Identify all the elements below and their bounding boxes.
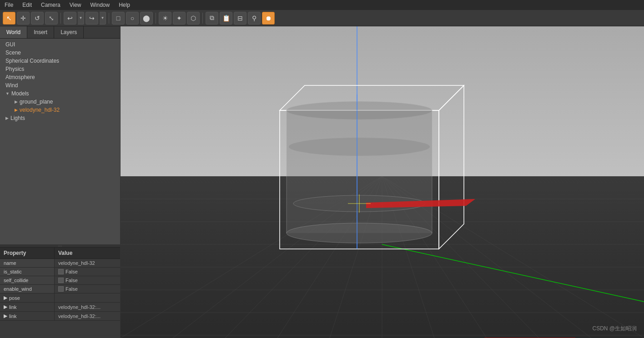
models-children: ▶ ground_plane ▶ velodyne_hdl-32 bbox=[0, 98, 120, 114]
menu-edit[interactable]: Edit bbox=[20, 1, 35, 9]
tab-layers[interactable]: Layers bbox=[54, 26, 84, 38]
svg-point-31 bbox=[289, 138, 430, 156]
prop-col-property: Property bbox=[0, 248, 55, 258]
tree-wind[interactable]: Wind bbox=[0, 81, 120, 89]
menu-file[interactable]: File bbox=[2, 1, 16, 9]
tool-undo[interactable]: ↩ bbox=[64, 12, 76, 25]
content-area: World Insert Layers GUI Scene Spherical … bbox=[0, 26, 644, 338]
prop-row-name: name velodyne_hdl-32 bbox=[0, 259, 120, 268]
prop-key-enable-wind: enable_wind bbox=[0, 285, 55, 293]
prop-key-is-static: is_static bbox=[0, 268, 55, 276]
prop-val-self-collide[interactable]: False bbox=[55, 276, 120, 284]
tool-select[interactable]: ↖ bbox=[3, 12, 15, 25]
tree-atmosphere[interactable]: Atmosphere bbox=[0, 73, 120, 81]
prop-row-enable-wind: enable_wind False bbox=[0, 285, 120, 293]
prop-val-is-static[interactable]: False bbox=[55, 268, 120, 276]
self-collide-checkbox[interactable] bbox=[58, 278, 64, 283]
tool-sun[interactable]: ☀ bbox=[159, 12, 171, 25]
tab-bar: World Insert Layers bbox=[0, 26, 120, 39]
prop-row-link1: ▶ link velodyne_hdl-32:... bbox=[0, 303, 120, 312]
toolbar: ↖ ✛ ↺ ⤡ ↩ ▼ ↪ ▼ □ ○ ⬤ ☀ ✦ ⬡ ⧉ 📋 ⊟ ⚲ ⏺ bbox=[0, 10, 644, 26]
tool-sphere[interactable]: ○ bbox=[126, 12, 139, 25]
link1-arrow: ▶ bbox=[4, 304, 7, 310]
tree-lights-group[interactable]: ▶ Lights bbox=[0, 114, 120, 122]
tool-rotate[interactable]: ↺ bbox=[31, 12, 44, 25]
link2-arrow: ▶ bbox=[4, 313, 7, 319]
tool-box[interactable]: □ bbox=[112, 12, 125, 25]
viewport[interactable]: CSDN @生如昭润 bbox=[121, 26, 644, 338]
tool-redo[interactable]: ↪ bbox=[86, 12, 98, 25]
tree-gui[interactable]: GUI bbox=[0, 40, 120, 49]
scene-svg bbox=[121, 26, 644, 338]
is-static-checkbox[interactable] bbox=[58, 269, 64, 274]
tool-point-light[interactable]: ✦ bbox=[173, 12, 186, 25]
sep4 bbox=[202, 13, 203, 24]
menu-view[interactable]: View bbox=[67, 1, 84, 9]
tree-scene[interactable]: Scene bbox=[0, 49, 120, 57]
tree-ground-plane[interactable]: ▶ ground_plane bbox=[4, 98, 120, 106]
prop-header: Property Value bbox=[0, 248, 120, 259]
prop-val-link2[interactable]: velodyne_hdl-32:... bbox=[55, 312, 120, 320]
models-arrow: ▼ bbox=[5, 91, 10, 96]
tool-spot-light[interactable]: ⬡ bbox=[187, 12, 200, 25]
svg-rect-27 bbox=[287, 110, 432, 233]
tab-world[interactable]: World bbox=[0, 26, 27, 38]
watermark: CSDN @生如昭润 bbox=[592, 325, 637, 333]
menu-help[interactable]: Help bbox=[116, 1, 133, 9]
prop-key-link1[interactable]: ▶ link bbox=[0, 303, 55, 311]
tool-record[interactable]: ⏺ bbox=[262, 12, 275, 25]
prop-val-enable-wind[interactable]: False bbox=[55, 285, 120, 293]
tool-align[interactable]: ⊟ bbox=[234, 12, 247, 25]
prop-col-value: Value bbox=[55, 248, 76, 258]
prop-row-link2: ▶ link velodyne_hdl-32:... bbox=[0, 312, 120, 321]
menubar: File Edit Camera View Window Help bbox=[0, 0, 644, 10]
properties-panel: Property Value name velodyne_hdl-32 is_s… bbox=[0, 247, 120, 338]
prop-row-pose: ▶ pose bbox=[0, 293, 120, 303]
velodyne-arrow: ▶ bbox=[15, 108, 18, 112]
ground-plane-arrow: ▶ bbox=[15, 99, 18, 104]
world-tree: GUI Scene Spherical Coordinates Physics … bbox=[0, 39, 120, 244]
prop-val-link1[interactable]: velodyne_hdl-32:... bbox=[55, 303, 120, 311]
menu-camera[interactable]: Camera bbox=[38, 1, 63, 9]
tool-scale[interactable]: ⤡ bbox=[45, 12, 58, 25]
sep2 bbox=[109, 13, 109, 24]
tree-models-group[interactable]: ▼ Models bbox=[0, 89, 120, 98]
redo-dropdown[interactable]: ▼ bbox=[100, 12, 106, 25]
lights-arrow: ▶ bbox=[5, 116, 9, 120]
prop-key-pose[interactable]: ▶ pose bbox=[0, 293, 55, 302]
prop-row-is-static: is_static False bbox=[0, 268, 120, 276]
prop-key-link2[interactable]: ▶ link bbox=[0, 312, 55, 320]
tree-physics[interactable]: Physics bbox=[0, 65, 120, 73]
undo-dropdown[interactable]: ▼ bbox=[78, 12, 84, 25]
sep1 bbox=[60, 13, 61, 24]
tab-insert[interactable]: Insert bbox=[27, 26, 54, 38]
tree-velodyne[interactable]: ▶ velodyne_hdl-32 bbox=[4, 106, 120, 114]
prop-val-pose bbox=[55, 297, 120, 299]
prop-row-self-collide: self_collide False bbox=[0, 276, 120, 285]
svg-point-28 bbox=[287, 223, 432, 243]
prop-key-name: name bbox=[0, 259, 55, 267]
sep3 bbox=[156, 13, 156, 24]
tool-paste[interactable]: 📋 bbox=[220, 12, 232, 25]
left-panel: World Insert Layers GUI Scene Spherical … bbox=[0, 26, 121, 338]
main-layout: ↖ ✛ ↺ ⤡ ↩ ▼ ↪ ▼ □ ○ ⬤ ☀ ✦ ⬡ ⧉ 📋 ⊟ ⚲ ⏺ Wo… bbox=[0, 10, 644, 338]
tool-cylinder[interactable]: ⬤ bbox=[140, 12, 153, 25]
pose-arrow: ▶ bbox=[4, 295, 7, 301]
tree-spherical-coords[interactable]: Spherical Coordinates bbox=[0, 57, 120, 65]
tool-measure[interactable]: ⚲ bbox=[248, 12, 261, 25]
prop-val-name[interactable]: velodyne_hdl-32 bbox=[55, 259, 120, 267]
tool-copy[interactable]: ⧉ bbox=[206, 12, 218, 25]
enable-wind-checkbox[interactable] bbox=[58, 286, 64, 292]
menu-window[interactable]: Window bbox=[88, 1, 113, 9]
tool-translate[interactable]: ✛ bbox=[17, 12, 30, 25]
prop-key-self-collide: self_collide bbox=[0, 276, 55, 284]
